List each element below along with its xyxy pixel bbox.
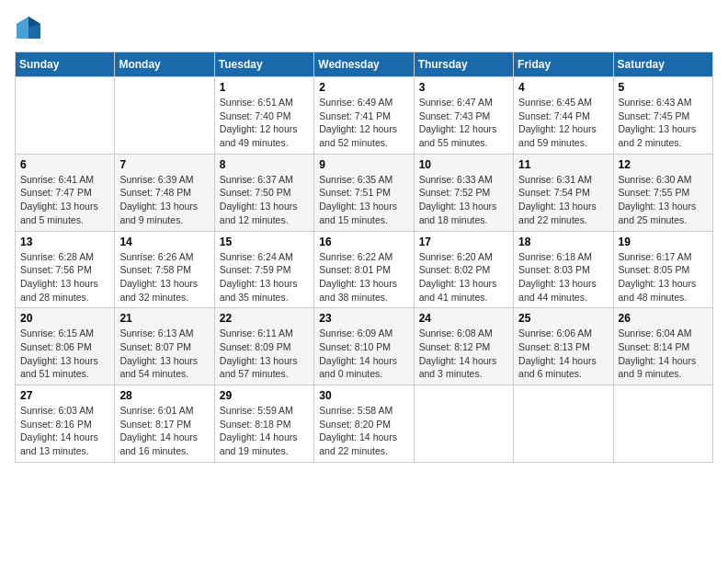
day-info: Sunrise: 6:13 AM Sunset: 8:07 PM Dayligh… <box>119 327 209 381</box>
calendar-cell: 18Sunrise: 6:18 AM Sunset: 8:03 PM Dayli… <box>514 231 613 308</box>
calendar-cell: 1Sunrise: 6:51 AM Sunset: 7:40 PM Daylig… <box>214 77 313 155</box>
day-info: Sunrise: 6:37 AM Sunset: 7:50 PM Dayligh… <box>220 173 309 227</box>
calendar-cell: 8Sunrise: 6:37 AM Sunset: 7:50 PM Daylig… <box>214 154 313 231</box>
day-number: 4 <box>518 81 608 94</box>
weekday-header: Friday <box>514 52 613 77</box>
calendar-cell: 15Sunrise: 6:24 AM Sunset: 7:59 PM Dayli… <box>214 231 313 308</box>
day-number: 30 <box>319 389 408 402</box>
calendar-cell: 5Sunrise: 6:43 AM Sunset: 7:45 PM Daylig… <box>613 77 712 155</box>
day-number: 21 <box>119 312 209 325</box>
calendar-cell: 3Sunrise: 6:47 AM Sunset: 7:43 PM Daylig… <box>414 77 513 155</box>
day-info: Sunrise: 6:51 AM Sunset: 7:40 PM Dayligh… <box>220 96 309 150</box>
calendar-cell: 10Sunrise: 6:33 AM Sunset: 7:52 PM Dayli… <box>414 154 513 231</box>
calendar-cell <box>16 77 115 155</box>
calendar-cell: 28Sunrise: 6:01 AM Sunset: 8:17 PM Dayli… <box>115 385 214 463</box>
day-info: Sunrise: 6:06 AM Sunset: 8:13 PM Dayligh… <box>518 327 608 381</box>
day-number: 18 <box>518 236 608 248</box>
weekday-header: Monday <box>115 52 214 77</box>
day-number: 19 <box>619 236 708 248</box>
day-number: 29 <box>220 389 309 402</box>
day-info: Sunrise: 6:49 AM Sunset: 7:41 PM Dayligh… <box>319 96 408 150</box>
day-info: Sunrise: 6:17 AM Sunset: 8:05 PM Dayligh… <box>619 250 708 304</box>
day-number: 3 <box>419 81 508 94</box>
day-info: Sunrise: 6:08 AM Sunset: 8:12 PM Dayligh… <box>419 327 508 381</box>
day-info: Sunrise: 6:28 AM Sunset: 7:56 PM Dayligh… <box>20 250 109 304</box>
day-info: Sunrise: 6:33 AM Sunset: 7:52 PM Dayligh… <box>419 173 508 227</box>
day-number: 11 <box>518 158 608 171</box>
day-number: 10 <box>419 158 508 171</box>
day-info: Sunrise: 6:15 AM Sunset: 8:06 PM Dayligh… <box>20 327 109 381</box>
calendar-header-row: SundayMondayTuesdayWednesdayThursdayFrid… <box>16 52 713 77</box>
calendar-cell <box>514 385 613 463</box>
day-number: 28 <box>119 389 209 402</box>
calendar-cell: 16Sunrise: 6:22 AM Sunset: 8:01 PM Dayli… <box>314 231 414 308</box>
day-number: 16 <box>319 236 408 248</box>
calendar-week-row: 6Sunrise: 6:41 AM Sunset: 7:47 PM Daylig… <box>16 154 713 231</box>
calendar-cell <box>414 385 513 463</box>
day-number: 7 <box>119 158 209 171</box>
calendar-cell: 17Sunrise: 6:20 AM Sunset: 8:02 PM Dayli… <box>414 231 513 308</box>
calendar-cell: 21Sunrise: 6:13 AM Sunset: 8:07 PM Dayli… <box>115 308 214 385</box>
day-number: 20 <box>20 312 109 325</box>
day-number: 15 <box>220 236 309 248</box>
logo <box>15 15 46 40</box>
calendar-cell: 2Sunrise: 6:49 AM Sunset: 7:41 PM Daylig… <box>314 77 414 155</box>
day-number: 26 <box>619 312 708 325</box>
day-info: Sunrise: 6:43 AM Sunset: 7:45 PM Dayligh… <box>619 96 708 150</box>
weekday-header: Sunday <box>16 52 115 77</box>
day-number: 12 <box>619 158 708 171</box>
day-number: 13 <box>20 236 109 248</box>
day-number: 1 <box>220 81 309 94</box>
day-number: 2 <box>319 81 408 94</box>
weekday-header: Saturday <box>613 52 712 77</box>
weekday-header: Wednesday <box>314 52 414 77</box>
day-info: Sunrise: 6:24 AM Sunset: 7:59 PM Dayligh… <box>220 250 309 304</box>
weekday-header: Thursday <box>414 52 513 77</box>
calendar-cell: 12Sunrise: 6:30 AM Sunset: 7:55 PM Dayli… <box>613 154 712 231</box>
day-info: Sunrise: 5:58 AM Sunset: 8:20 PM Dayligh… <box>319 404 408 458</box>
calendar-week-row: 1Sunrise: 6:51 AM Sunset: 7:40 PM Daylig… <box>16 77 713 155</box>
day-info: Sunrise: 6:41 AM Sunset: 7:47 PM Dayligh… <box>20 173 109 227</box>
day-info: Sunrise: 6:22 AM Sunset: 8:01 PM Dayligh… <box>319 250 408 304</box>
day-number: 23 <box>319 312 408 325</box>
calendar-cell: 7Sunrise: 6:39 AM Sunset: 7:48 PM Daylig… <box>115 154 214 231</box>
day-info: Sunrise: 6:01 AM Sunset: 8:17 PM Dayligh… <box>119 404 209 458</box>
day-info: Sunrise: 6:20 AM Sunset: 8:02 PM Dayligh… <box>419 250 508 304</box>
calendar-cell: 30Sunrise: 5:58 AM Sunset: 8:20 PM Dayli… <box>314 385 414 463</box>
calendar-table: SundayMondayTuesdayWednesdayThursdayFrid… <box>15 52 713 463</box>
calendar-cell: 29Sunrise: 5:59 AM Sunset: 8:18 PM Dayli… <box>214 385 313 463</box>
day-number: 27 <box>20 389 109 402</box>
calendar-body: 1Sunrise: 6:51 AM Sunset: 7:40 PM Daylig… <box>16 77 713 463</box>
calendar-cell: 6Sunrise: 6:41 AM Sunset: 7:47 PM Daylig… <box>16 154 115 231</box>
day-info: Sunrise: 6:26 AM Sunset: 7:58 PM Dayligh… <box>119 250 209 304</box>
day-info: Sunrise: 6:47 AM Sunset: 7:43 PM Dayligh… <box>419 96 508 150</box>
day-info: Sunrise: 6:11 AM Sunset: 8:09 PM Dayligh… <box>220 327 309 381</box>
day-info: Sunrise: 6:31 AM Sunset: 7:54 PM Dayligh… <box>518 173 608 227</box>
calendar-week-row: 20Sunrise: 6:15 AM Sunset: 8:06 PM Dayli… <box>16 308 713 385</box>
calendar-cell: 22Sunrise: 6:11 AM Sunset: 8:09 PM Dayli… <box>214 308 313 385</box>
calendar-cell: 26Sunrise: 6:04 AM Sunset: 8:14 PM Dayli… <box>613 308 712 385</box>
day-number: 5 <box>619 81 708 94</box>
day-number: 25 <box>518 312 608 325</box>
calendar-cell: 11Sunrise: 6:31 AM Sunset: 7:54 PM Dayli… <box>514 154 613 231</box>
calendar-cell: 13Sunrise: 6:28 AM Sunset: 7:56 PM Dayli… <box>16 231 115 308</box>
day-number: 8 <box>220 158 309 171</box>
weekday-header: Tuesday <box>214 52 313 77</box>
calendar-cell <box>115 77 214 155</box>
day-info: Sunrise: 5:59 AM Sunset: 8:18 PM Dayligh… <box>220 404 309 458</box>
day-number: 22 <box>220 312 309 325</box>
calendar-cell: 9Sunrise: 6:35 AM Sunset: 7:51 PM Daylig… <box>314 154 414 231</box>
day-number: 9 <box>319 158 408 171</box>
calendar-cell: 25Sunrise: 6:06 AM Sunset: 8:13 PM Dayli… <box>514 308 613 385</box>
calendar-cell: 23Sunrise: 6:09 AM Sunset: 8:10 PM Dayli… <box>314 308 414 385</box>
day-info: Sunrise: 6:03 AM Sunset: 8:16 PM Dayligh… <box>20 404 109 458</box>
svg-marker-1 <box>17 17 28 39</box>
logo-icon <box>15 15 42 40</box>
day-info: Sunrise: 6:30 AM Sunset: 7:55 PM Dayligh… <box>619 173 708 227</box>
calendar-cell: 4Sunrise: 6:45 AM Sunset: 7:44 PM Daylig… <box>514 77 613 155</box>
day-number: 24 <box>419 312 508 325</box>
calendar-cell: 20Sunrise: 6:15 AM Sunset: 8:06 PM Dayli… <box>16 308 115 385</box>
day-info: Sunrise: 6:35 AM Sunset: 7:51 PM Dayligh… <box>319 173 408 227</box>
calendar-week-row: 13Sunrise: 6:28 AM Sunset: 7:56 PM Dayli… <box>16 231 713 308</box>
calendar-cell: 19Sunrise: 6:17 AM Sunset: 8:05 PM Dayli… <box>613 231 712 308</box>
